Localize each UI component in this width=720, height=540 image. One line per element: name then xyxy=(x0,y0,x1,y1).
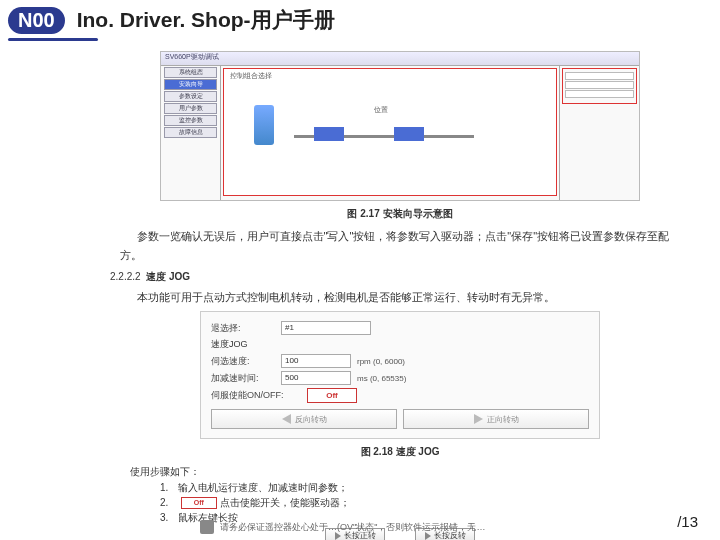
block-icon xyxy=(394,127,424,141)
step-2: 2. Off 点击使能开关，使能驱动器； xyxy=(160,496,690,510)
arrow-right-icon xyxy=(474,414,483,424)
sidebar-item: 系统组态 xyxy=(164,67,217,78)
accdec-unit: ms (0, 65535) xyxy=(357,374,406,383)
jog-heading: 速度JOG xyxy=(211,338,589,351)
speed-label: 伺选速度: xyxy=(211,355,275,368)
page-number: /13 xyxy=(677,513,698,530)
off-inline-button: Off xyxy=(181,497,217,509)
sidebar-item: 故障信息 xyxy=(164,127,217,138)
paragraph-1: 参数一览确认无误后，用户可直接点击"写入"按钮，将参数写入驱动器；点击"保存"按… xyxy=(120,227,680,264)
sidebar-item: 参数设定 xyxy=(164,91,217,102)
figure-main-title: 控制组合选择 xyxy=(230,71,272,81)
sidebar-item-active: 安装向导 xyxy=(164,79,217,90)
speed-unit: rpm (0, 6000) xyxy=(357,357,405,366)
figure-right-panel xyxy=(562,68,637,104)
sidebar-item: 监控参数 xyxy=(164,115,217,126)
axis-select-label: 退选择: xyxy=(211,322,275,335)
steps-heading: 使用步骤如下： xyxy=(130,465,690,479)
figure-jog-screenshot: 退选择: #1 速度JOG 伺选速度: 100 rpm (0, 6000) 加减… xyxy=(200,311,600,439)
figure-sidebar: 系统组态 安装向导 参数设定 用户参数 监控参数 故障信息 xyxy=(161,52,221,200)
forward-button: 正向转动 xyxy=(403,409,589,429)
arrow-left-icon xyxy=(282,414,291,424)
block-icon xyxy=(314,127,344,141)
reverse-button: 反向转动 xyxy=(211,409,397,429)
paragraph-2: 本功能可用于点动方式控制电机转动，检测电机是否能够正常运行、转动时有无异常。 xyxy=(120,288,680,307)
figure-caption-2: 图 2.18 速度 JOG xyxy=(110,445,690,459)
footer-note: 请务必保证遥控器处心处于…(OV"状态"，否则软件运示报错，无法运行。 xyxy=(220,521,490,534)
step-1: 1.输入电机运行速度、加减速时间参数； xyxy=(160,481,690,495)
servo-off-button: Off xyxy=(307,388,357,403)
rail-icon xyxy=(294,135,474,138)
speed-value: 100 xyxy=(281,354,351,368)
motor-icon xyxy=(254,105,274,145)
sidebar-item: 用户参数 xyxy=(164,103,217,114)
footer-app-icon xyxy=(200,520,214,534)
figure-caption: 图 2.17 安装向导示意图 xyxy=(110,207,690,221)
accdec-value: 500 xyxy=(281,371,351,385)
logo-badge: N00 xyxy=(8,7,65,34)
section-heading: 2.2.2.2 速度 JOG xyxy=(110,270,690,284)
pos-label: 位置 xyxy=(374,105,388,115)
axis-select: #1 xyxy=(281,321,371,335)
accdec-label: 加减速时间: xyxy=(211,372,275,385)
page-title: Ino. Driver. Shop-用户手册 xyxy=(77,6,335,34)
servo-enable-label: 伺服使能ON/OFF: xyxy=(211,389,301,402)
figure-wizard-screenshot: SV660P驱动调试 系统组态 安装向导 参数设定 用户参数 监控参数 故障信息… xyxy=(160,51,640,201)
